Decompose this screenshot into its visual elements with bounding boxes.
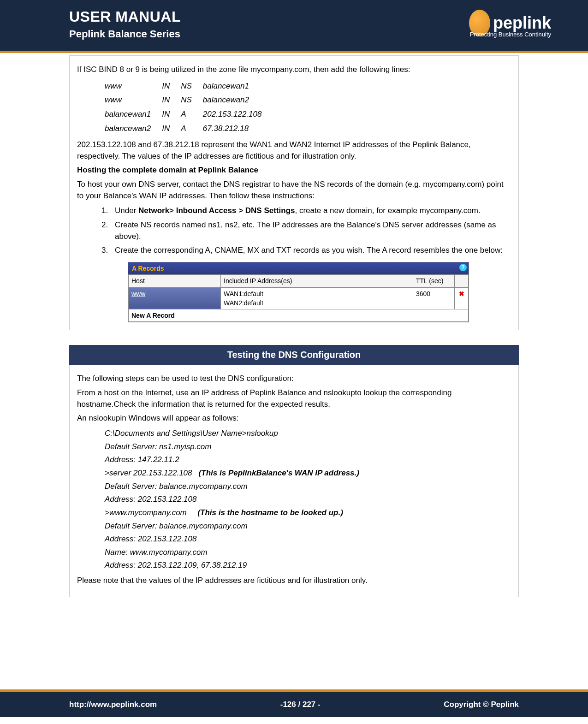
table-row: www WAN1:default WAN2:default 3600 ✖: [129, 287, 469, 309]
new-a-record-button[interactable]: New A Record: [129, 309, 469, 322]
ns-line: Default Server: balance.mycompany.com: [105, 521, 511, 532]
a-records-title-bar: A Records ?: [128, 262, 469, 274]
table-row: balancewan1 IN A 202.153.122.108: [105, 107, 273, 122]
bind-val: 67.38.212.18: [203, 122, 273, 136]
ns-line: >server 202.153.122.108 (This is Peplink…: [105, 468, 511, 479]
logo-text: peplink: [493, 13, 551, 33]
table-row: www IN NS balancewan2: [105, 93, 273, 107]
a-record-ip: WAN1:default WAN2:default: [221, 287, 413, 309]
section-banner-testing: Testing the DNS Configuration: [69, 345, 519, 365]
testing-p1: The following steps can be used to test …: [77, 373, 511, 385]
table-footer-row: New A Record: [129, 309, 469, 322]
nslookup-output: C:\Documents and Settings\User Name>nslo…: [105, 428, 511, 571]
hosting-steps: Under Network> Inbound Access > DNS Sett…: [99, 205, 511, 256]
ns-annotation: (This is the hostname to be looked up.): [197, 508, 343, 517]
col-actions: [455, 275, 469, 287]
ns-line: Default Server: balance.mycompany.com: [105, 481, 511, 493]
table-row: www IN NS balancewan1: [105, 79, 273, 94]
bind-in: IN: [162, 79, 181, 94]
step-3: Create the corresponding A, CNAME, MX an…: [110, 245, 511, 256]
page-header: USER MANUAL Peplink Balance Series pepli…: [0, 0, 588, 55]
bind-after: 202.153.122.108 and 67.38.212.18 represe…: [77, 139, 511, 162]
content-box-bind: If ISC BIND 8 or 9 is being utilized in …: [69, 55, 519, 330]
bind-host: www: [105, 79, 162, 94]
hosting-subheading: Hosting the complete domain at Peplink B…: [77, 165, 511, 176]
step-2: Create NS records named ns1, ns2, etc. T…: [110, 220, 511, 242]
bind-in: IN: [162, 107, 181, 122]
ns-annotation: (This is PeplinkBalance's WAN IP address…: [199, 469, 359, 477]
bind-type: A: [181, 107, 203, 122]
a-records-table: Host Included IP Address(es) TTL (sec) w…: [128, 274, 469, 322]
bind-intro: If ISC BIND 8 or 9 is being utilized in …: [77, 64, 511, 76]
a-records-widget: A Records ? Host Included IP Address(es)…: [128, 262, 469, 322]
ns-line: Default Server: ns1.myisp.com: [105, 441, 511, 453]
table-row: balancewan2 IN A 67.38.212.18: [105, 122, 273, 136]
a-record-ttl: 3600: [413, 287, 455, 309]
bind-in: IN: [162, 93, 181, 107]
brand-logo: peplink Protecting Business Continuity: [469, 0, 551, 46]
bind-type: NS: [181, 93, 203, 107]
col-ttl: TTL (sec): [413, 275, 455, 287]
a-record-host-link[interactable]: www: [129, 287, 221, 309]
step-1-pre: Under: [115, 206, 138, 215]
ns-line: Address: 202.153.122.108: [105, 534, 511, 545]
step-1: Under Network> Inbound Access > DNS Sett…: [110, 205, 511, 217]
footer-copyright: Copyright © Peplink: [444, 700, 519, 709]
testing-p2: From a host on the Internet, use an IP a…: [77, 387, 511, 410]
col-host: Host: [129, 275, 221, 287]
logo-tagline: Protecting Business Continuity: [470, 31, 551, 38]
bind-zone-table: www IN NS balancewan1 www IN NS balancew…: [105, 79, 273, 136]
footer-page-number: -126 / 227 -: [280, 700, 321, 709]
bind-type: NS: [181, 79, 203, 94]
bind-host: balancewan2: [105, 122, 162, 136]
hosting-intro: To host your own DNS server, contact the…: [77, 179, 511, 202]
testing-p3: An nslookupin Windows will appear as fol…: [77, 413, 511, 424]
testing-p4: Please note that the values of the IP ad…: [77, 575, 511, 587]
bind-in: IN: [162, 122, 181, 136]
footer-url: http://www.peplink.com: [69, 700, 157, 709]
a-records-title: A Records: [132, 265, 164, 272]
step-1-bold: Network> Inbound Access > DNS Settings: [138, 206, 295, 215]
ns-line: Address: 147.22.11.2: [105, 454, 511, 466]
help-icon[interactable]: ?: [459, 264, 467, 271]
table-header-row: Host Included IP Address(es) TTL (sec): [129, 275, 469, 287]
ns-line: Name: www.mycompany.com: [105, 547, 511, 558]
ns-cmd: >www.mycompany.com: [105, 508, 187, 517]
ns-line: Address: 202.153.122.108: [105, 494, 511, 505]
bind-val: 202.153.122.108: [203, 107, 273, 122]
bind-val: balancewan1: [203, 79, 273, 94]
page-footer: http://www.peplink.com -126 / 227 - Copy…: [0, 689, 588, 717]
ns-line: C:\Documents and Settings\User Name>nslo…: [105, 428, 511, 439]
ns-cmd: >server 202.153.122.108: [105, 469, 192, 477]
bind-type: A: [181, 122, 203, 136]
delete-icon[interactable]: ✖: [455, 287, 469, 309]
step-1-post: , create a new domain, for example mycom…: [295, 206, 480, 215]
ns-line: Address: 202.153.122.109, 67.38.212.19: [105, 560, 511, 571]
bind-host: balancewan1: [105, 107, 162, 122]
col-ip: Included IP Address(es): [221, 275, 413, 287]
bind-host: www: [105, 93, 162, 107]
ns-line: >www.mycompany.com (This is the hostname…: [105, 507, 511, 519]
bind-val: balancewan2: [203, 93, 273, 107]
content-box-testing: The following steps can be used to test …: [69, 365, 519, 597]
